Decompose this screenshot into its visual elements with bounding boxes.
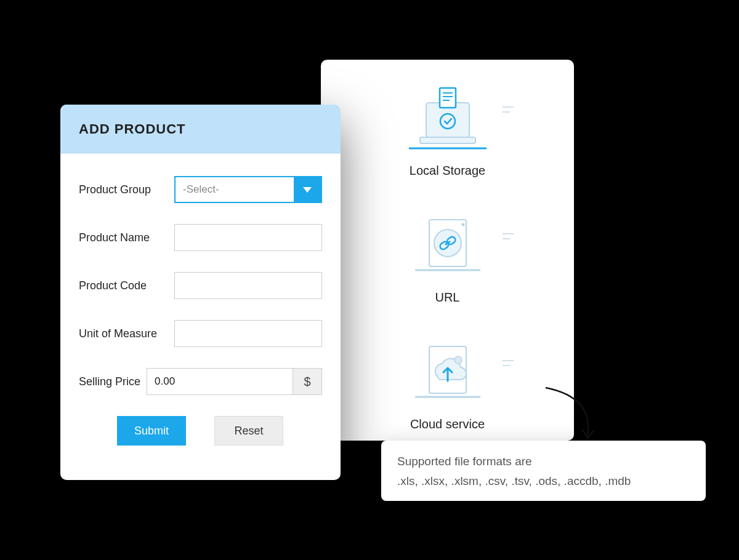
label-unit-of-measure: Unit of Measure: [79, 327, 174, 340]
sources-card: Local Storage URL: [321, 60, 574, 441]
row-unit-of-measure: Unit of Measure: [79, 320, 322, 347]
source-url[interactable]: URL: [402, 209, 494, 305]
product-group-select[interactable]: -Select-: [174, 176, 322, 203]
product-group-select-value: -Select-: [176, 177, 294, 202]
label-selling-price: Selling Price: [79, 375, 147, 388]
source-label-local: Local Storage: [410, 164, 485, 178]
row-product-code: Product Code: [79, 272, 322, 299]
product-name-input[interactable]: [174, 224, 322, 251]
row-selling-price: Selling Price $: [79, 368, 322, 395]
callout-line2: .xls, .xlsx, .xlsm, .csv, .tsv, .ods, .a…: [397, 471, 690, 491]
callout-line1: Supported file formats are: [397, 452, 690, 471]
supported-formats-callout: Supported file formats are .xls, .xlsx, …: [381, 441, 706, 501]
source-cloud-service[interactable]: Cloud service: [402, 335, 494, 431]
svg-rect-2: [420, 137, 475, 143]
reset-button[interactable]: Reset: [214, 416, 283, 446]
form-title: ADD PRODUCT: [60, 105, 341, 154]
selling-price-input[interactable]: [147, 368, 293, 395]
svg-point-17: [454, 356, 462, 364]
globe-link-icon: [402, 209, 494, 279]
add-product-form-card: ADD PRODUCT Product Group -Select- Produ…: [60, 105, 341, 480]
submit-button[interactable]: Submit: [117, 416, 186, 446]
label-product-group: Product Group: [79, 183, 174, 196]
label-product-name: Product Name: [79, 231, 174, 244]
row-product-group: Product Group -Select-: [79, 176, 322, 203]
currency-symbol: $: [293, 368, 322, 395]
chevron-down-icon[interactable]: [294, 177, 321, 202]
label-product-code: Product Code: [79, 279, 174, 292]
source-local-storage[interactable]: Local Storage: [402, 82, 494, 178]
cloud-upload-icon: [402, 335, 494, 406]
unit-of-measure-input[interactable]: [174, 320, 322, 347]
product-code-input[interactable]: [174, 272, 322, 299]
row-product-name: Product Name: [79, 224, 322, 251]
source-label-url: URL: [435, 290, 459, 305]
source-label-cloud: Cloud service: [410, 417, 485, 431]
laptop-file-icon: [402, 82, 494, 153]
svg-rect-4: [440, 88, 456, 108]
svg-point-14: [461, 223, 464, 226]
